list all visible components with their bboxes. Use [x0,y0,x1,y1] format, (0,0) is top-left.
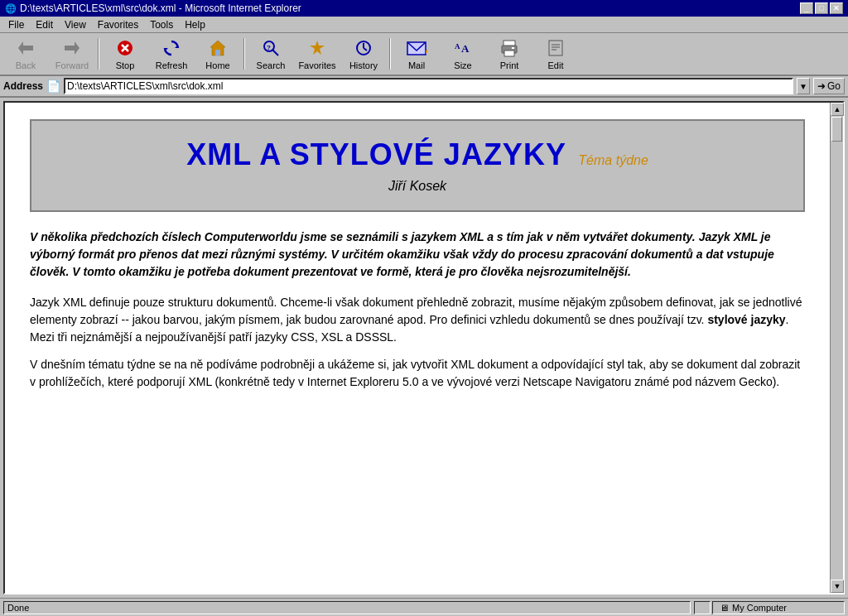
scroll-down-button[interactable]: ▼ [831,580,844,593]
svg-rect-26 [549,41,562,55]
scroll-track[interactable] [831,116,843,580]
mail-icon [405,37,428,59]
toolbar: Back Forward Stop [0,33,848,76]
svg-marker-14 [310,41,325,55]
page-header: XML A STYLOVÉ JAZYKY Téma týdne Jiří Kos… [30,119,805,212]
print-icon [498,37,521,59]
status-computer-label: My Computer [732,603,787,613]
size-button[interactable]: A A Size [441,35,485,73]
menu-tools[interactable]: Tools [145,18,178,31]
body-paragraph-1: Jazyk XML definuje pouze strukturu dokum… [30,294,805,346]
page-title-sub: Téma týdne [578,153,648,167]
menu-edit[interactable]: Edit [31,18,58,31]
svg-text:?: ? [267,44,271,51]
toolbar-sep-2 [243,38,245,70]
favorites-button[interactable]: Favorites [295,35,340,73]
history-icon [352,37,375,59]
edit-label: Edit [548,60,564,70]
forward-label: Forward [55,60,89,70]
menu-favorites[interactable]: Favorites [93,18,143,31]
print-label: Print [500,60,519,70]
favorites-icon [306,37,329,59]
home-label: Home [205,60,229,70]
mail-label: Mail [408,60,425,70]
toolbar-sep-3 [389,38,391,70]
intro-paragraph: V několika předchozích číslech Computerw… [30,229,805,281]
go-button[interactable]: ➜ Go [813,78,845,94]
stop-label: Stop [116,60,135,70]
bold-style-text: stylové jazyky [707,313,785,326]
page-author: Jiří Kosek [44,179,791,194]
refresh-label: Refresh [156,60,188,70]
svg-marker-2 [75,41,80,55]
page-icon: 📄 [46,79,60,93]
stop-icon [113,37,137,59]
status-bar: Done 🖥 My Computer [0,598,848,616]
search-icon: ? [259,37,282,59]
address-label: Address [3,80,43,92]
stop-button[interactable]: Stop [103,35,147,73]
search-button[interactable]: ? Search [248,35,293,73]
vertical-scrollbar: ▲ ▼ [830,103,843,593]
mail-button[interactable]: Mail [394,35,439,73]
edit-icon [544,37,567,59]
svg-rect-1 [23,46,33,51]
svg-line-17 [364,48,367,51]
minimize-button[interactable]: _ [800,2,813,14]
search-label: Search [257,60,286,70]
address-bar: Address 📄 ▼ ➜ Go [0,76,848,98]
menu-file[interactable]: File [3,18,29,31]
svg-rect-10 [215,50,220,55]
svg-line-12 [273,51,279,56]
maximize-button[interactable]: □ [815,2,828,14]
favorites-label: Favorites [298,60,335,70]
forward-icon [60,37,84,59]
title-bar: 🌐 D:\texts\ARTICLES\xml\src\dok.xml - Mi… [0,0,848,17]
menu-help[interactable]: Help [180,18,210,31]
status-zone-icon [694,601,711,614]
history-label: History [349,60,378,70]
go-label: Go [827,80,841,92]
forward-button[interactable]: Forward [50,35,94,73]
size-icon: A A [451,37,475,59]
window-title: D:\texts\ARTICLES\xml\src\dok.xml - Micr… [20,2,301,14]
app-icon: 🌐 [5,3,17,14]
scroll-thumb[interactable] [831,117,842,142]
go-arrow-icon: ➜ [817,80,826,92]
home-icon [206,37,229,59]
back-button[interactable]: Back [3,35,48,73]
svg-text:A: A [461,42,470,55]
toolbar-sep-1 [98,38,99,70]
print-button[interactable]: Print [487,35,532,73]
refresh-button[interactable]: Refresh [149,35,194,73]
svg-text:A: A [455,42,460,51]
scroll-up-button[interactable]: ▲ [831,103,844,116]
body-paragraph-2: V dnešním tématu týdne se na ně podíváme… [30,356,805,391]
status-text: Done [3,601,691,614]
back-label: Back [16,60,36,70]
history-button[interactable]: History [341,35,386,73]
home-button[interactable]: Home [195,35,240,73]
svg-rect-3 [65,46,75,51]
menu-bar: File Edit View Favorites Tools Help [0,17,848,33]
svg-rect-24 [504,51,514,56]
main-content-area: XML A STYLOVÉ JAZYKY Téma týdne Jiří Kos… [3,101,845,594]
content-scroll[interactable]: XML A STYLOVÉ JAZYKY Téma týdne Jiří Kos… [5,103,830,593]
status-done: Done [7,603,29,613]
close-button[interactable]: ✕ [830,2,843,14]
status-computer: 🖥 My Computer [712,601,845,614]
title-bar-buttons: _ □ ✕ [800,2,843,14]
address-input[interactable] [64,78,793,94]
refresh-icon [160,37,183,59]
svg-rect-25 [512,47,514,49]
computer-icon: 🖥 [720,603,729,613]
back-icon [14,37,37,59]
page-title-line: XML A STYLOVÉ JAZYKY Téma týdne [44,137,791,172]
edit-button[interactable]: Edit [533,35,578,73]
address-dropdown[interactable]: ▼ [797,78,810,94]
page-title-main: XML A STYLOVÉ JAZYKY [186,137,566,171]
svg-marker-0 [18,41,23,55]
menu-view[interactable]: View [60,18,91,31]
size-label: Size [454,60,471,70]
